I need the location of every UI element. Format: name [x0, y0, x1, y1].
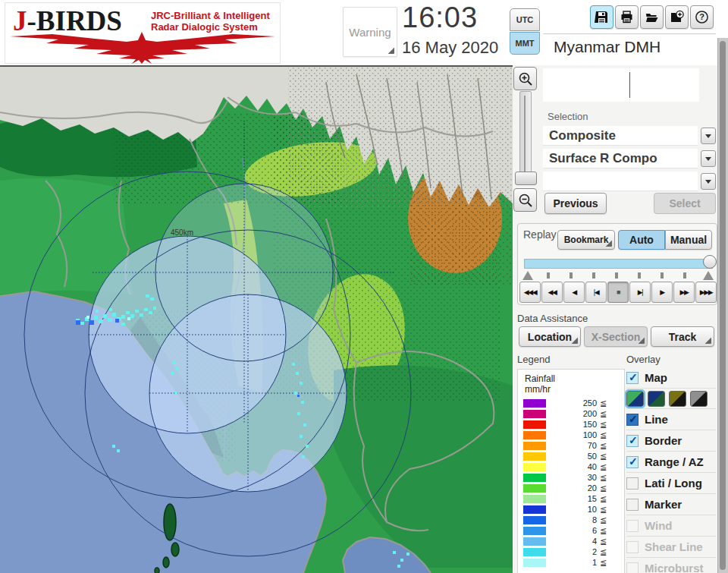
radar-map[interactable]: 450km: [0, 65, 513, 573]
previous-button[interactable]: Previous: [544, 193, 607, 214]
mmt-button[interactable]: MMT: [510, 32, 540, 55]
zoom-slider-handle[interactable]: [515, 172, 537, 185]
zoom-out-icon: [518, 193, 533, 208]
dropdown-1-arrow-button[interactable]: [701, 128, 716, 144]
select-button[interactable]: Select: [654, 193, 716, 214]
legend-lte-symbol: ≦: [600, 558, 607, 568]
track-button[interactable]: Track: [651, 326, 714, 347]
zoom-out-button[interactable]: [513, 188, 537, 212]
checkbox-icon[interactable]: [626, 456, 639, 468]
legend-value: 30: [550, 473, 597, 482]
map-canvas: 450km: [0, 67, 513, 573]
overlay-item-map[interactable]: Map: [626, 367, 716, 388]
overlay-item[interactable]: Wind: [626, 515, 716, 536]
open-folder-icon: [645, 10, 659, 24]
save-button[interactable]: [590, 5, 613, 29]
selection-dropdown-2[interactable]: Surface R Compo: [543, 149, 698, 168]
panel-scrollbar[interactable]: [717, 38, 728, 573]
scrollbar-thumb[interactable]: [720, 41, 726, 570]
replay-range-end-marker[interactable]: [703, 271, 714, 280]
legend-color-swatch: [523, 410, 546, 418]
legend-color-swatch: [523, 548, 546, 556]
bookmark-button[interactable]: Bookmark: [557, 230, 615, 250]
warning-button[interactable]: Warning: [343, 7, 397, 57]
legend-row: 250 ≦: [518, 398, 624, 409]
playback-button[interactable]: ◀◀: [541, 282, 563, 303]
checkbox-icon[interactable]: [626, 541, 639, 553]
save-icon: [595, 10, 609, 24]
utc-button[interactable]: UTC: [510, 8, 540, 31]
legend-lte-symbol: ≦: [600, 409, 607, 419]
legend-value: 100: [550, 430, 597, 439]
location-button[interactable]: Location: [519, 326, 581, 347]
replay-range-start-marker[interactable]: [522, 271, 533, 280]
legend-row: 2 ≦: [518, 547, 624, 558]
playback-button[interactable]: |◀: [585, 282, 607, 303]
map-style-tile[interactable]: [626, 391, 644, 407]
legend-label: Legend: [517, 354, 550, 365]
zoom-slider-line: [524, 96, 526, 172]
slider-tick: [683, 272, 686, 279]
legend-value: 20: [550, 483, 597, 493]
checkbox-icon[interactable]: [626, 414, 639, 426]
legend-value: 150: [550, 420, 597, 429]
add-data-button[interactable]: [665, 5, 689, 29]
open-folder-button[interactable]: [640, 5, 664, 29]
dropdown-3-arrow-button[interactable]: [701, 173, 716, 190]
playback-button[interactable]: ▶▶: [673, 282, 695, 303]
legend-value: 250: [550, 398, 597, 408]
overlay-item[interactable]: Range / AZ: [626, 451, 716, 472]
help-button[interactable]: ?: [690, 5, 714, 29]
legend-lte-symbol: ≦: [600, 505, 607, 515]
replay-slider-handle[interactable]: [703, 255, 717, 269]
playback-button[interactable]: ▶▶▶: [695, 282, 717, 303]
map-style-tile[interactable]: [669, 391, 686, 407]
dropdown-2-arrow-button[interactable]: [701, 150, 716, 167]
legend-row: 100 ≦: [518, 430, 624, 441]
legend-lte-symbol: ≦: [600, 483, 607, 493]
selection-dropdown-3[interactable]: [543, 172, 698, 191]
manual-button[interactable]: Manual: [665, 230, 712, 250]
overlay-item[interactable]: Microburst: [626, 557, 716, 573]
warning-label: Warning: [349, 26, 391, 39]
control-panel: Selection Composite Surface R Compo Prev…: [513, 65, 717, 573]
checkbox-icon[interactable]: [626, 499, 639, 511]
replay-slider-track[interactable]: [524, 259, 713, 269]
overlay-item[interactable]: Border: [626, 430, 716, 451]
zoom-in-button[interactable]: [513, 67, 537, 90]
playback-button[interactable]: ◀: [563, 282, 585, 303]
overlay-item[interactable]: Shear Line: [626, 536, 716, 557]
legend-value: 50: [550, 452, 597, 461]
overlay-item[interactable]: Lati / Long: [626, 472, 716, 493]
checkbox-icon[interactable]: [626, 562, 639, 573]
legend-color-swatch: [523, 452, 546, 461]
legend-value: 2: [550, 547, 597, 556]
checkbox-icon[interactable]: [626, 435, 639, 447]
overlay-item[interactable]: Marker: [626, 493, 716, 515]
checkbox-icon[interactable]: [626, 520, 639, 532]
map-style-tile[interactable]: [648, 391, 665, 407]
checkbox-icon[interactable]: [626, 477, 639, 490]
legend-color-swatch: [523, 431, 546, 439]
checkbox-icon[interactable]: [626, 372, 639, 384]
auto-button[interactable]: Auto: [618, 230, 665, 250]
legend-value: 40: [550, 462, 597, 471]
legend-value: 8: [550, 515, 597, 524]
legend-value: 4: [550, 537, 597, 546]
legend-row: 6 ≦: [518, 526, 624, 537]
playback-button[interactable]: ◀◀◀: [519, 282, 541, 303]
map-style-tile[interactable]: [690, 391, 708, 407]
legend-row: 150 ≦: [518, 420, 624, 430]
x-section-button[interactable]: X-Section: [584, 326, 648, 347]
overlay-item[interactable]: Line: [626, 408, 716, 430]
product-text-field[interactable]: [543, 68, 699, 102]
playback-button[interactable]: ▶: [651, 282, 673, 303]
selection-dropdown-1[interactable]: Composite: [543, 126, 698, 146]
legend-color-swatch: [523, 505, 546, 514]
legend-color-swatch: [523, 484, 546, 493]
playback-button[interactable]: ▶|: [629, 282, 651, 303]
replay-group: Replay Bookmark Auto Manual ◀◀◀ ◀◀: [517, 223, 717, 305]
print-button[interactable]: [615, 5, 639, 29]
jbirds-app: J-BIRDS JRC-Brilliant & Intelligent Rada…: [0, 0, 728, 573]
playback-button[interactable]: ■: [607, 282, 629, 303]
